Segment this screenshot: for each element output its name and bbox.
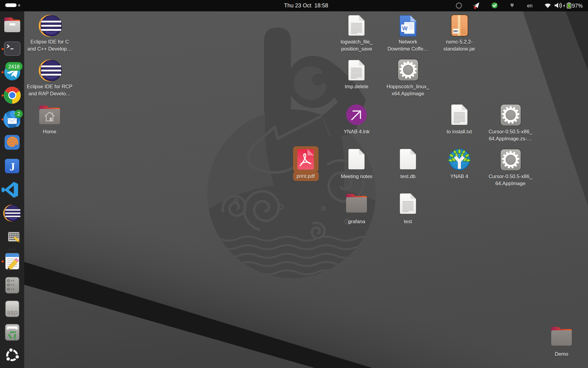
svg-text:2: 2 bbox=[17, 111, 20, 117]
svg-text:97%: 97% bbox=[572, 3, 583, 9]
svg-text:SSD: SSD bbox=[7, 310, 18, 316]
svg-text:en: en bbox=[527, 3, 533, 8]
svg-text:2418: 2418 bbox=[8, 64, 20, 69]
svg-text:J: J bbox=[9, 161, 15, 173]
svg-text:W: W bbox=[402, 25, 408, 32]
